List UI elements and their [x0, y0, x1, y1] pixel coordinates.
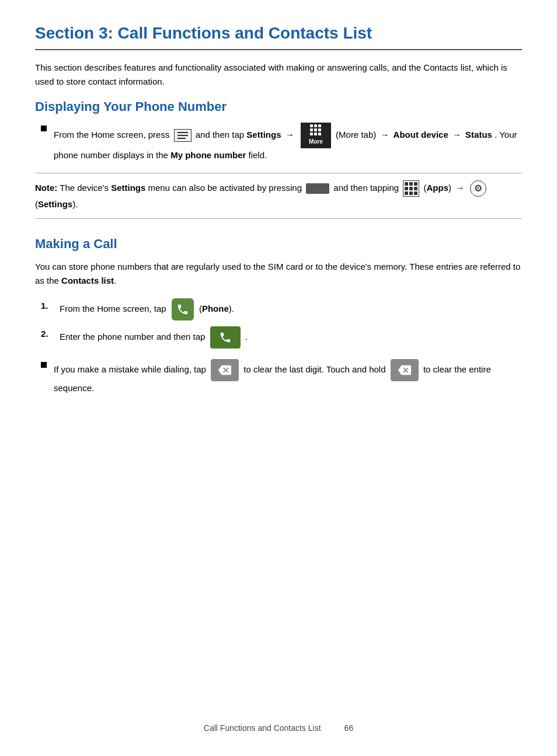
phone-app-icon [172, 298, 194, 320]
step-1-num: 1. [41, 298, 57, 313]
bullet-square-icon2 [41, 362, 47, 368]
page-number: 66 [344, 723, 354, 733]
section2-heading: Making a Call [35, 236, 522, 252]
more-tab-icon: More [301, 123, 331, 148]
note-label: Note: [35, 183, 57, 193]
note-text1: The device's Settings menu can also be a… [35, 183, 488, 209]
bullet-square-icon [41, 126, 47, 131]
bullet-display-number: From the Home screen, press and then tap… [41, 123, 522, 162]
step-2-num: 2. [41, 326, 57, 342]
step-2: 2. Enter the phone number and then tap . [41, 326, 522, 349]
step-2-text: Enter the phone number and then tap . [60, 326, 248, 349]
page-footer: Call Functions and Contacts List 66 [0, 723, 557, 733]
step-1-text: From the Home screen, tap (Phone). [60, 298, 234, 320]
title-divider [35, 49, 522, 50]
page-title: Section 3: Call Functions and Contacts L… [35, 23, 522, 43]
delete-backspace-icon [211, 359, 239, 381]
section1-bullets: From the Home screen, press and then tap… [35, 123, 522, 162]
footer-spacer [35, 406, 522, 476]
intro-paragraph: This section describes features and func… [35, 61, 522, 89]
footer-text: Call Functions and Contacts List [204, 723, 321, 733]
step-1: 1. From the Home screen, tap (Phone). [41, 298, 522, 320]
delete-backspace-icon2 [391, 359, 419, 381]
section1-heading: Displaying Your Phone Number [35, 99, 522, 114]
making-call-steps: 1. From the Home screen, tap (Phone). 2.… [35, 298, 522, 349]
bullet-text: From the Home screen, press and then tap… [54, 123, 522, 162]
section2-intro: You can store phone numbers that are reg… [35, 260, 522, 288]
section2-bullets: If you make a mistake while dialing, tap… [35, 359, 522, 395]
home-button-icon [306, 183, 329, 194]
apps-grid-icon [403, 180, 419, 197]
settings-gear-icon: ⚙ [470, 180, 486, 197]
menu-key-icon [174, 129, 192, 142]
bullet-mistake-text: If you make a mistake while dialing, tap… [54, 359, 522, 395]
note-box: Note: The device's Settings menu can als… [35, 173, 522, 220]
bullet-mistake: If you make a mistake while dialing, tap… [41, 359, 522, 395]
call-button-icon [210, 326, 241, 349]
